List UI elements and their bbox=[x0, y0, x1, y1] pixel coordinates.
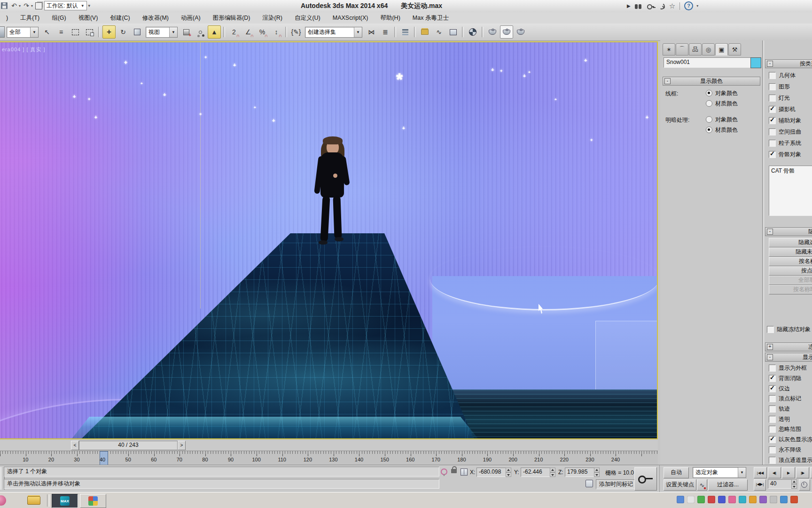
key-mode-toggle[interactable]: |◀▶| bbox=[754, 479, 766, 491]
folder-shortcut-icon[interactable] bbox=[24, 494, 43, 507]
y-spinner[interactable] bbox=[550, 468, 555, 477]
checkbox-icon[interactable] bbox=[769, 83, 776, 90]
time-configuration-icon[interactable] bbox=[799, 479, 810, 491]
hide-action-button[interactable]: 隐藏未选定对象 bbox=[769, 247, 812, 257]
collapse-icon[interactable]: - bbox=[767, 229, 773, 235]
play-button[interactable]: ▶ bbox=[782, 467, 795, 478]
checkbox-icon[interactable] bbox=[769, 140, 776, 147]
project-folder-button[interactable] bbox=[34, 1, 43, 10]
frame-spinner[interactable] bbox=[791, 479, 797, 489]
checkbox-icon[interactable] bbox=[769, 117, 776, 124]
named-selection-sets-combo[interactable]: 创建选择集 ▼ bbox=[305, 27, 362, 38]
display-prop-checkbox-row[interactable]: 忽略范围 bbox=[769, 424, 812, 435]
app-taskbar-button[interactable] bbox=[80, 494, 106, 508]
material-editor-icon[interactable] bbox=[466, 25, 479, 39]
category-checkbox-row[interactable]: 几何体 bbox=[769, 70, 801, 81]
tray-icon[interactable] bbox=[687, 496, 695, 503]
undo-dropdown-icon[interactable]: ▾ bbox=[19, 4, 21, 8]
toolbar-icon[interactable] bbox=[482, 26, 484, 38]
help-dropdown-icon[interactable]: ▾ bbox=[696, 4, 698, 8]
hide-action-button[interactable]: 隐藏选定对象 bbox=[769, 238, 812, 247]
checkbox-icon[interactable] bbox=[769, 426, 776, 433]
search-icon[interactable] bbox=[635, 3, 642, 9]
list-item[interactable]: CAT 骨骼 bbox=[771, 167, 795, 174]
spinner-snap-icon[interactable]: ↕ bbox=[270, 25, 283, 39]
rollout-header[interactable]: + 冻结 bbox=[765, 342, 812, 351]
checkbox-icon[interactable] bbox=[769, 405, 776, 413]
category-checkbox-row[interactable]: 空间扭曲 bbox=[769, 126, 801, 137]
tray-icon[interactable] bbox=[697, 496, 705, 503]
checkbox-icon[interactable] bbox=[769, 457, 776, 464]
z-spinner[interactable] bbox=[594, 468, 600, 477]
select-and-rotate-icon[interactable]: ↻ bbox=[117, 25, 130, 39]
menu-item[interactable]: MAXScript(X) bbox=[327, 13, 375, 23]
display-prop-checkbox-row[interactable]: 永不降级 bbox=[769, 445, 812, 455]
window-crossing-icon[interactable] bbox=[83, 25, 96, 39]
menu-item[interactable]: 组(G) bbox=[46, 13, 72, 24]
redo-button[interactable]: ↷ bbox=[22, 1, 31, 10]
render-production-icon[interactable] bbox=[514, 25, 527, 39]
tab-utilities[interactable]: ⚒ bbox=[728, 43, 741, 56]
checkbox-icon[interactable] bbox=[769, 72, 776, 79]
menu-item[interactable]: 修改器(M) bbox=[136, 13, 175, 24]
schematic-view-icon[interactable] bbox=[446, 25, 460, 39]
flyout-arrow-icon[interactable]: ▶ bbox=[627, 3, 631, 8]
reference-coordinate-combo[interactable]: 视图 ▼ bbox=[146, 27, 178, 38]
display-prop-checkbox-row[interactable]: 以灰色显示冻结对象 bbox=[769, 435, 812, 445]
workspace-selector[interactable]: 工作区: 默认 ▼ bbox=[44, 1, 87, 10]
category-checkbox-row[interactable]: 摄影机 bbox=[769, 103, 801, 115]
display-prop-checkbox-row[interactable]: 背面消隐 bbox=[769, 373, 812, 384]
add-time-tag[interactable]: 添加时间标记 bbox=[596, 479, 638, 489]
tray-icon[interactable] bbox=[749, 496, 757, 503]
hide-action-button[interactable]: 全部取消隐藏 bbox=[769, 276, 812, 285]
category-checkbox-row[interactable]: 图形 bbox=[769, 81, 801, 92]
selection-set-combo[interactable]: 选定对象 ▼ bbox=[693, 467, 746, 478]
category-checkbox-row[interactable]: 灯光 bbox=[769, 92, 801, 103]
tray-icon[interactable] bbox=[739, 496, 746, 503]
category-checkbox-row[interactable]: 骨骼对象 bbox=[769, 149, 801, 160]
menu-item[interactable]: 自定义(U) bbox=[289, 13, 327, 24]
collapse-icon[interactable]: - bbox=[664, 78, 671, 84]
key-icon[interactable] bbox=[647, 3, 654, 9]
viewport-label[interactable]: era004 ] [ 真实 ] bbox=[2, 46, 46, 53]
object-name-field[interactable]: Snow001 bbox=[664, 57, 753, 68]
radio-option[interactable]: 对象颜色 bbox=[706, 114, 738, 125]
use-pivot-center-icon[interactable] bbox=[180, 25, 193, 39]
toolbar-icon[interactable] bbox=[462, 26, 464, 38]
isolate-selection-icon[interactable] bbox=[441, 468, 447, 475]
rollout-header[interactable]: - 显示颜色 bbox=[663, 77, 760, 86]
category-checkbox-row[interactable]: 粒子系统 bbox=[769, 137, 801, 149]
menu-item[interactable]: 动画(A) bbox=[175, 13, 207, 24]
hide-frozen-checkbox-row[interactable]: 隐藏冻结对象 bbox=[767, 324, 811, 335]
camera-viewport[interactable]: ++++++++++++++++++++* era004 ] [ 真实 ] bbox=[0, 41, 658, 439]
tray-icon[interactable] bbox=[718, 496, 726, 503]
display-prop-checkbox-row[interactable]: 显示为外框 bbox=[769, 363, 812, 373]
display-prop-checkbox-row[interactable]: 透明 bbox=[769, 414, 812, 424]
rollout-header[interactable]: - 隐藏 bbox=[765, 227, 812, 236]
rendered-frame-window-icon[interactable] bbox=[500, 25, 513, 39]
toolbar-icon[interactable] bbox=[394, 26, 396, 38]
edit-named-selection-sets-icon[interactable]: {✎} bbox=[289, 25, 303, 39]
expand-icon[interactable]: + bbox=[767, 344, 773, 350]
checkbox-icon[interactable] bbox=[769, 106, 776, 113]
key-filters-button[interactable]: 过滤器... bbox=[708, 479, 748, 491]
tab-create[interactable]: ✶ bbox=[663, 43, 675, 56]
radio-option[interactable]: 材质颜色 bbox=[706, 98, 738, 109]
select-and-move-icon[interactable]: + bbox=[102, 25, 116, 39]
y-coordinate-field[interactable]: -62.446 bbox=[521, 468, 554, 477]
x-spinner[interactable] bbox=[506, 468, 511, 477]
time-slider-value[interactable]: 40 / 243 bbox=[79, 441, 178, 450]
layer-manager-icon[interactable] bbox=[398, 25, 412, 39]
redo-dropdown-icon[interactable]: ▾ bbox=[31, 4, 33, 8]
set-key-big-button[interactable] bbox=[634, 467, 657, 491]
toolbar-icon[interactable] bbox=[414, 26, 416, 38]
menu-item[interactable]: 视图(V) bbox=[72, 13, 104, 24]
save-button[interactable] bbox=[0, 1, 8, 10]
tab-motion[interactable]: ◎ bbox=[702, 43, 715, 56]
snap-toggle-icon[interactable]: 2 bbox=[227, 25, 241, 39]
angle-snap-icon[interactable]: ∠ bbox=[242, 25, 255, 39]
menu-item[interactable]: Max 杀毒卫士 bbox=[406, 13, 455, 24]
menu-item[interactable]: 帮助(H) bbox=[374, 13, 406, 24]
go-to-end-button[interactable]: ▶▶| bbox=[810, 467, 812, 478]
keyboard-override-icon[interactable]: ▲ bbox=[208, 25, 221, 39]
